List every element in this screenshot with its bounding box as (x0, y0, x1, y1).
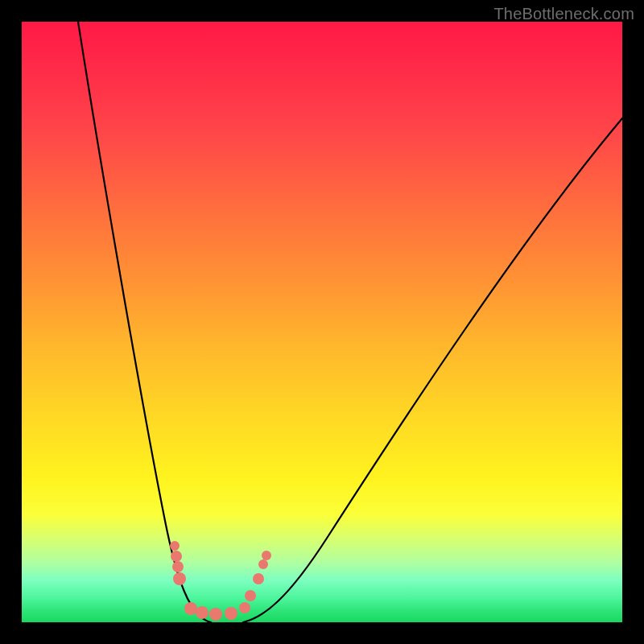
data-marker (225, 607, 237, 620)
data-marker (262, 551, 271, 560)
data-marker (245, 590, 256, 601)
data-marker (184, 602, 197, 615)
data-marker (253, 573, 264, 584)
right-curve (243, 118, 622, 622)
data-marker (173, 572, 186, 585)
left-curve (78, 22, 211, 622)
watermark-text: TheBottleneck.com (493, 5, 634, 23)
plot-frame (22, 22, 622, 622)
curve-layer (22, 22, 622, 622)
data-marker (258, 559, 268, 569)
data-marker (209, 608, 222, 621)
data-marker (196, 606, 208, 619)
data-marker (170, 541, 180, 551)
data-marker (171, 551, 182, 562)
data-marker (172, 561, 184, 572)
data-marker (239, 602, 250, 613)
marker-cluster (170, 541, 271, 621)
